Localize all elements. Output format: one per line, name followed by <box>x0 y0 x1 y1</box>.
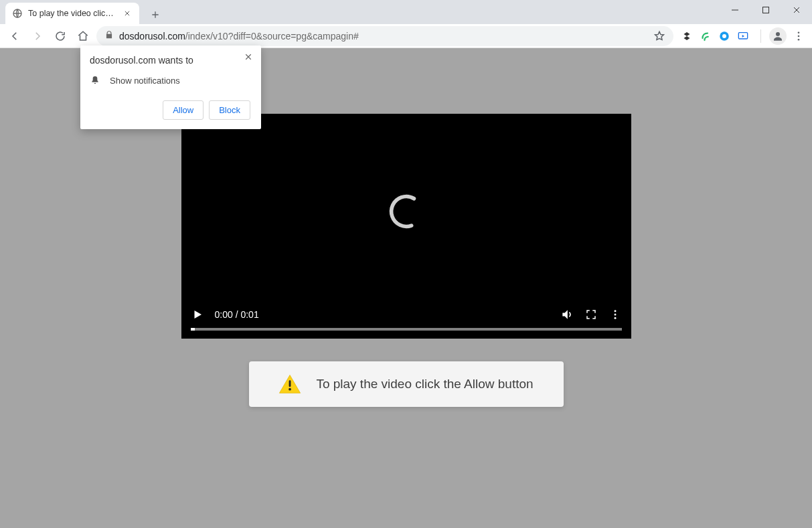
toolbar-separator <box>760 29 761 43</box>
tab-title: To play the video click the Allow <box>28 9 116 18</box>
instruction-message: To play the video click the Allow button <box>249 361 564 407</box>
browser-tab[interactable]: To play the video click the Allow <box>5 3 139 24</box>
extension-icon-3[interactable] <box>718 29 731 43</box>
warning-icon <box>278 374 301 394</box>
back-button[interactable] <box>5 27 24 46</box>
globe-icon <box>12 8 23 19</box>
extension-icons <box>677 29 752 43</box>
tab-strip: To play the video click the Allow <box>0 0 812 24</box>
reload-button[interactable] <box>51 27 70 46</box>
svg-rect-13 <box>289 380 291 387</box>
svg-point-9 <box>388 193 425 230</box>
video-player[interactable]: 0:00 / 0:01 <box>181 114 631 339</box>
instruction-text: To play the video click the Allow button <box>316 377 533 391</box>
video-menu-button[interactable] <box>608 308 622 321</box>
svg-point-7 <box>798 35 800 37</box>
popup-permission-text: Show notifications <box>110 76 180 86</box>
allow-button[interactable]: Allow <box>163 100 204 120</box>
url-text: dosdorusol.com/index/v10?diff=0&source=p… <box>119 31 359 41</box>
window-controls <box>720 0 812 20</box>
loading-spinner-icon <box>388 193 425 233</box>
play-button[interactable] <box>191 308 204 321</box>
home-button[interactable] <box>74 27 92 46</box>
popup-title: dosdorusol.com wants to <box>90 55 250 66</box>
extension-icon-4[interactable] <box>736 29 750 43</box>
svg-point-14 <box>289 388 292 391</box>
profile-avatar[interactable] <box>769 27 787 45</box>
url-path: /index/v10?diff=0&source=pg&campagin# <box>185 31 359 41</box>
notification-permission-popup: dosdorusol.com wants to Show notificatio… <box>80 46 261 129</box>
block-button[interactable]: Block <box>209 100 250 120</box>
video-progress-bar[interactable] <box>191 328 622 331</box>
forward-button[interactable] <box>28 27 47 46</box>
video-time: 0:00 / 0:01 <box>215 309 259 320</box>
svg-point-8 <box>798 38 800 40</box>
svg-point-3 <box>722 34 726 38</box>
svg-point-11 <box>614 314 616 316</box>
tab-close-button[interactable] <box>122 8 133 19</box>
browser-menu-button[interactable] <box>791 30 807 42</box>
volume-button[interactable] <box>560 308 574 321</box>
extension-icon-2[interactable] <box>699 29 712 43</box>
svg-point-12 <box>614 317 616 319</box>
fullscreen-button[interactable] <box>584 308 598 321</box>
bookmark-star-icon[interactable] <box>653 30 665 42</box>
video-controls: 0:00 / 0:01 <box>181 298 631 339</box>
popup-close-button[interactable] <box>242 51 254 63</box>
svg-point-10 <box>614 310 616 312</box>
url-domain: dosdorusol.com <box>119 31 185 41</box>
svg-point-5 <box>776 32 780 36</box>
extension-icon-1[interactable] <box>680 29 694 43</box>
bell-icon <box>90 75 100 86</box>
minimize-button[interactable] <box>720 0 750 20</box>
browser-toolbar: dosdorusol.com/index/v10?diff=0&source=p… <box>0 24 812 48</box>
close-window-button[interactable] <box>781 0 812 20</box>
new-tab-button[interactable] <box>146 5 165 24</box>
lock-icon <box>104 30 114 41</box>
svg-point-6 <box>798 31 800 33</box>
address-bar[interactable]: dosdorusol.com/index/v10?diff=0&source=p… <box>96 26 673 46</box>
maximize-button[interactable] <box>750 0 781 20</box>
svg-rect-1 <box>763 7 769 13</box>
